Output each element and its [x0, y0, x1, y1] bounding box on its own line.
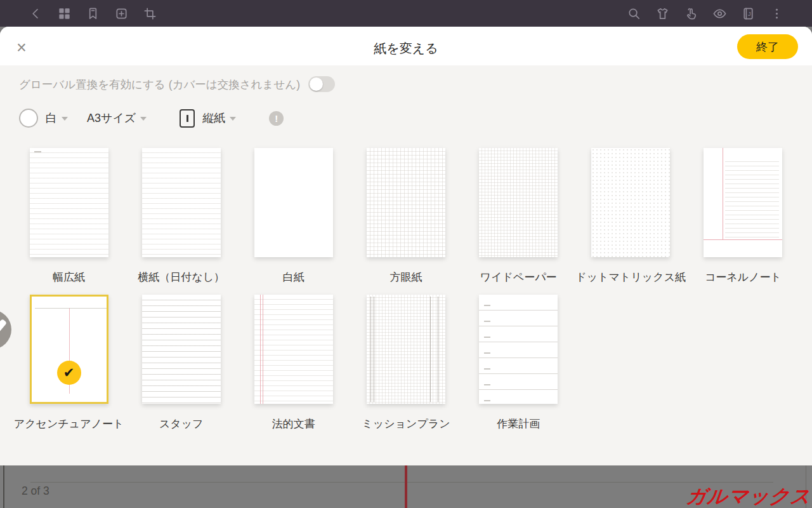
chevron-down-icon	[230, 117, 236, 121]
paper-option[interactable]: ✔	[591, 148, 670, 257]
paper-size-dropdown[interactable]: A3サイズ	[87, 110, 147, 126]
chevron-down-icon	[140, 117, 147, 121]
page-left-edge	[3, 465, 4, 508]
done-button[interactable]: 終了	[737, 34, 798, 59]
search-icon[interactable]	[626, 6, 641, 21]
paper-options-row: 白 A3サイズ 縦紙 !	[19, 107, 812, 129]
paper-option-cell: ✔ アクセンチュアノート	[13, 295, 125, 431]
toolbar-right-group: J	[626, 6, 784, 21]
page-red-center-line	[405, 465, 407, 508]
paper-option-cell: ✔ 白紙	[237, 148, 350, 284]
paper-option-label: 幅広紙	[53, 270, 85, 284]
watermark-logo: ガルマックス	[684, 483, 812, 508]
global-replace-label: グローバル置換を有効にする (カバーは交換されません)	[19, 77, 300, 92]
paper-option[interactable]: ✔	[142, 295, 221, 404]
paper-grid: ✔ 幅広紙 ✔ 横紙（日付なし） ✔ 白紙 ✔ 方眼紙 ✔ ワイドペーパー ✔ …	[0, 148, 812, 431]
back-chevron-icon[interactable]	[28, 6, 43, 21]
paper-option-label: 法的文書	[272, 417, 315, 431]
dimmed-notebook-page: 2 of 3 ガルマックス	[0, 465, 812, 508]
paper-option-cell: ✔ 幅広紙	[13, 148, 125, 284]
page-ruled-line	[30, 482, 773, 483]
paper-color-dropdown[interactable]: 白	[46, 110, 68, 126]
svg-text:J: J	[748, 11, 751, 17]
toolbar-left-group	[28, 6, 157, 21]
tap-gesture-icon[interactable]	[683, 6, 698, 21]
paper-option-label: コーネルノート	[705, 270, 782, 284]
chevron-down-icon	[62, 117, 68, 121]
journal-page-icon[interactable]: J	[740, 6, 756, 21]
paper-color-swatch[interactable]	[19, 109, 38, 128]
grid-view-icon[interactable]	[56, 6, 72, 21]
paper-option[interactable]: ✔	[367, 148, 445, 257]
global-replace-row: グローバル置換を有効にする (カバーは交換されません)	[0, 65, 812, 92]
paper-option[interactable]: ✔	[30, 295, 108, 404]
paper-option-label: 白紙	[283, 270, 304, 284]
sheet-title: 紙を変える	[374, 39, 438, 57]
paper-option-cell: ✔ 横紙（日付なし）	[125, 148, 237, 284]
toggle-knob	[310, 77, 323, 91]
selected-check-badge: ✔	[57, 361, 81, 385]
paper-option-cell: ✔ 作業計画	[462, 295, 575, 431]
paper-option-cell: ✔ コーネルノート	[687, 148, 799, 284]
add-page-icon[interactable]	[114, 6, 129, 21]
paper-option[interactable]: ✔	[367, 295, 445, 404]
paper-option-cell: ✔ ドットマトリックス紙	[575, 148, 687, 284]
paper-option-label: 作業計画	[497, 417, 540, 431]
paper-option-cell: ✔ 方眼紙	[350, 148, 462, 284]
paper-option-label: ドットマトリックス紙	[575, 270, 686, 284]
top-toolbar: J	[0, 0, 812, 27]
paper-option-cell: ✔ ミッションプラン	[350, 295, 462, 431]
paper-option-cell: ✔ 法的文書	[237, 295, 350, 431]
global-replace-toggle[interactable]	[308, 76, 335, 92]
paper-option-cell: ✔ スタッフ	[125, 295, 237, 431]
bookmark-icon[interactable]	[85, 6, 100, 21]
paper-option[interactable]: ✔	[704, 148, 782, 257]
change-paper-sheet: × 紙を変える 終了 グローバル置換を有効にする (カバーは交換されません) 白…	[0, 27, 812, 465]
paper-option[interactable]: ✔	[30, 148, 108, 257]
crop-icon[interactable]	[142, 6, 157, 21]
paper-option-label: アクセンチュアノート	[14, 417, 124, 431]
page-indicator: 2 of 3	[22, 485, 49, 498]
portrait-orientation-icon	[180, 109, 195, 128]
paper-option-cell: ✔ ワイドペーパー	[462, 148, 575, 284]
paper-option-label: スタッフ	[159, 417, 204, 431]
paper-option-label: ワイドペーパー	[480, 270, 557, 284]
eye-icon[interactable]	[712, 6, 727, 21]
paper-option[interactable]: ✔	[479, 148, 558, 257]
sheet-header: × 紙を変える 終了	[0, 27, 812, 65]
paper-option[interactable]: ✔	[254, 295, 333, 404]
shirt-icon[interactable]	[655, 6, 670, 21]
paper-option-label: ミッションプラン	[362, 417, 450, 431]
sheet-content: グローバル置換を有効にする (カバーは交換されません) 白 A3サイズ 縦紙 !…	[0, 65, 812, 465]
paper-option[interactable]: ✔	[254, 148, 333, 257]
pencil-icon	[0, 319, 7, 335]
paper-option[interactable]: ✔	[142, 148, 221, 257]
paper-orientation-dropdown[interactable]: 縦紙	[202, 110, 236, 126]
paper-option-label: 方眼紙	[390, 270, 422, 284]
paper-option[interactable]: ✔	[479, 295, 558, 404]
more-menu-icon[interactable]	[769, 6, 784, 21]
close-button[interactable]: ×	[16, 39, 27, 56]
paper-option-label: 横紙（日付なし）	[138, 270, 225, 284]
info-warning-icon[interactable]: !	[269, 111, 284, 126]
